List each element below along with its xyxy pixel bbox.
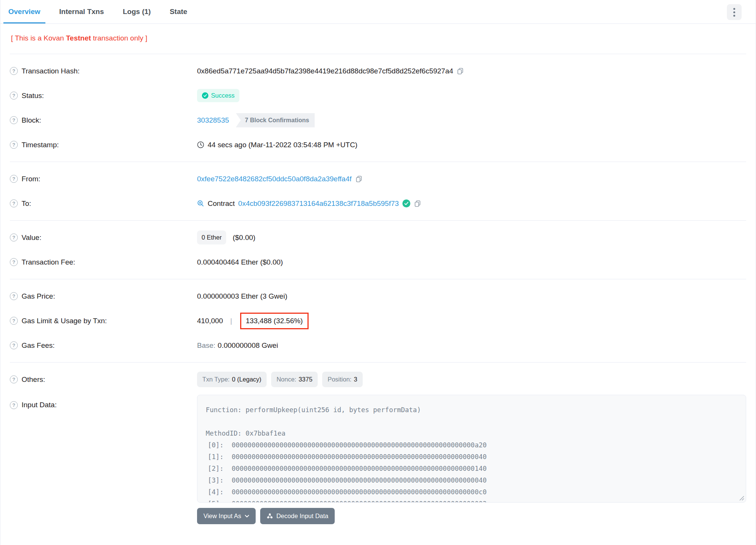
transaction-fee-label: Transaction Fee:	[22, 258, 75, 266]
clock-icon	[197, 141, 204, 148]
help-icon[interactable]: ?	[10, 258, 18, 266]
transaction-fee-value: 0.000400464 Ether ($0.00)	[197, 258, 283, 266]
gas-limit-usage-label: Gas Limit & Usage by Txn:	[22, 317, 107, 325]
annotation-highlight-box: 133,488 (32.56%)	[240, 313, 309, 329]
tab-overview[interactable]: Overview	[3, 0, 45, 23]
help-icon[interactable]: ?	[10, 317, 18, 325]
row-block: ? Block: 30328535 7 Block Confirmations	[10, 108, 746, 132]
more-options-button[interactable]	[727, 4, 742, 20]
txn-type-value: 0 (Legacy)	[232, 376, 261, 383]
row-gas-limit-usage: ? Gas Limit & Usage by Txn: 410,000 | 13…	[10, 308, 746, 333]
from-address-link[interactable]: 0xfee7522e8482682cf50ddc50a0f8da2a39effa…	[197, 175, 352, 183]
transaction-hash-label: Transaction Hash:	[22, 67, 79, 75]
tab-internal-txns[interactable]: Internal Txns	[54, 0, 109, 23]
gas-usage-value: 133,488 (32.56%)	[246, 317, 303, 325]
nonce-value: 3375	[298, 376, 312, 383]
input-function-line: Function: performUpkeep(uint256 id, byte…	[206, 404, 737, 416]
copy-hash-button[interactable]	[456, 67, 464, 75]
section-hash-status: ? Transaction Hash: 0x86ed5a771e725aa94d…	[10, 54, 746, 162]
input-methodid-line: MethodID: 0x7bbaf1ea	[206, 428, 737, 439]
timestamp-label: Timestamp:	[22, 141, 59, 149]
section-from-to: ? From: 0xfee7522e8482682cf50ddc50a0f8da…	[10, 162, 746, 220]
help-icon[interactable]: ?	[10, 375, 18, 383]
resize-handle[interactable]	[739, 495, 745, 501]
section-value-fee: ? Value: 0 Ether ($0.00) ? Transaction F…	[10, 220, 746, 279]
contract-preview-button[interactable]	[197, 200, 204, 207]
input-param-line: [2]:000000000000000000000000000000000000…	[206, 463, 737, 475]
value-ether-badge: 0 Ether	[197, 230, 226, 244]
input-param-line: [5]:000000000000000000000000000000000000…	[206, 498, 737, 503]
row-status: ? Status: Success	[10, 83, 746, 108]
help-icon[interactable]: ?	[10, 401, 18, 409]
input-param-line: [3]:000000000000000000000000000000000000…	[206, 475, 737, 486]
notice-bold: Testnet	[66, 34, 91, 42]
value-label: Value:	[22, 234, 41, 242]
help-icon[interactable]: ?	[10, 199, 18, 207]
row-to: ? To: Contract 0x4cb093f226983713164a621…	[10, 191, 746, 216]
copy-icon	[355, 175, 363, 183]
tab-internal-txns-label: Internal Txns	[59, 8, 104, 16]
gas-price-value: 0.000000003 Ether (3 Gwei)	[197, 292, 287, 301]
tab-bar: Overview Internal Txns Logs (1) State	[0, 0, 756, 24]
input-param-line: [1]:000000000000000000000000000000000000…	[206, 451, 737, 463]
row-gas-fees: ? Gas Fees: Base: 0.000000008 Gwei	[10, 333, 746, 358]
row-value: ? Value: 0 Ether ($0.00)	[10, 225, 746, 250]
section-gas: ? Gas Price: 0.000000003 Ether (3 Gwei) …	[10, 279, 746, 362]
tab-state-label: State	[170, 8, 187, 16]
row-others: ? Others: Txn Type: 0 (Legacy) Nonce: 33…	[10, 367, 746, 392]
block-number-link[interactable]: 30328535	[197, 116, 229, 125]
help-icon[interactable]: ?	[10, 175, 18, 183]
position-key: Position:	[328, 376, 351, 383]
copy-to-address-button[interactable]	[414, 200, 421, 207]
gas-limit-value: 410,000	[197, 317, 223, 325]
copy-icon	[414, 200, 421, 207]
input-param-line: [4]:000000000000000000000000000000000000…	[206, 486, 737, 498]
txn-type-badge: Txn Type: 0 (Legacy)	[197, 372, 267, 387]
gas-price-label: Gas Price:	[22, 292, 55, 301]
section-others-input: ? Others: Txn Type: 0 (Legacy) Nonce: 33…	[10, 362, 746, 529]
chevron-down-icon	[245, 515, 249, 518]
nonce-badge: Nonce: 3375	[271, 372, 318, 387]
status-badge: Success	[197, 89, 239, 102]
tab-overview-label: Overview	[8, 8, 40, 16]
verified-check-icon	[402, 199, 410, 207]
help-icon[interactable]: ?	[10, 292, 18, 300]
tab-state[interactable]: State	[165, 0, 192, 23]
help-icon[interactable]: ?	[10, 67, 18, 75]
tab-logs-label: Logs (1)	[123, 8, 151, 16]
others-label: Others:	[22, 375, 45, 384]
input-blank-line	[206, 416, 737, 428]
gas-fees-label: Gas Fees:	[22, 341, 55, 350]
copy-from-address-button[interactable]	[355, 175, 363, 183]
value-usd: ($0.00)	[233, 234, 255, 242]
help-icon[interactable]: ?	[10, 341, 18, 349]
gas-fees-base-value: 0.000000008 Gwei	[218, 341, 278, 350]
decode-input-data-button[interactable]: Decode Input Data	[260, 508, 335, 524]
transaction-detail-card: Overview Internal Txns Logs (1) State [ …	[0, 0, 756, 545]
view-input-as-button[interactable]: View Input As	[197, 508, 256, 524]
help-icon[interactable]: ?	[10, 234, 18, 241]
help-icon[interactable]: ?	[10, 92, 18, 100]
block-label: Block:	[22, 116, 41, 125]
help-icon[interactable]: ?	[10, 116, 18, 124]
input-data-actions: View Input As Decode Input Data	[197, 508, 746, 524]
magnifier-plus-icon	[197, 200, 204, 207]
nonce-key: Nonce:	[276, 376, 296, 383]
help-icon[interactable]: ?	[10, 141, 18, 149]
tab-logs[interactable]: Logs (1)	[118, 0, 156, 23]
notice-suffix: transaction only ]	[91, 34, 147, 42]
view-input-as-label: View Input As	[203, 512, 241, 520]
row-from: ? From: 0xfee7522e8482682cf50ddc50a0f8da…	[10, 167, 746, 191]
transaction-hash-value: 0x86ed5a771e725aa94d5b7fa2398e4419e216d8…	[197, 67, 453, 75]
input-data-textarea[interactable]: Function: performUpkeep(uint256 id, byte…	[197, 395, 746, 503]
copy-icon	[456, 67, 464, 75]
block-confirmations-badge: 7 Block Confirmations	[236, 113, 315, 128]
row-timestamp: ? Timestamp: 44 secs ago (Mar-11-2022 03…	[10, 132, 746, 157]
from-label: From:	[22, 175, 40, 183]
txn-type-key: Txn Type:	[202, 376, 230, 383]
to-address-link[interactable]: 0x4cb093f226983713164a62138c3f718a5b595f…	[238, 199, 399, 208]
row-transaction-fee: ? Transaction Fee: 0.000400464 Ether ($0…	[10, 250, 746, 274]
position-value: 3	[354, 376, 357, 383]
to-label: To:	[22, 199, 31, 208]
position-badge: Position: 3	[322, 372, 362, 387]
